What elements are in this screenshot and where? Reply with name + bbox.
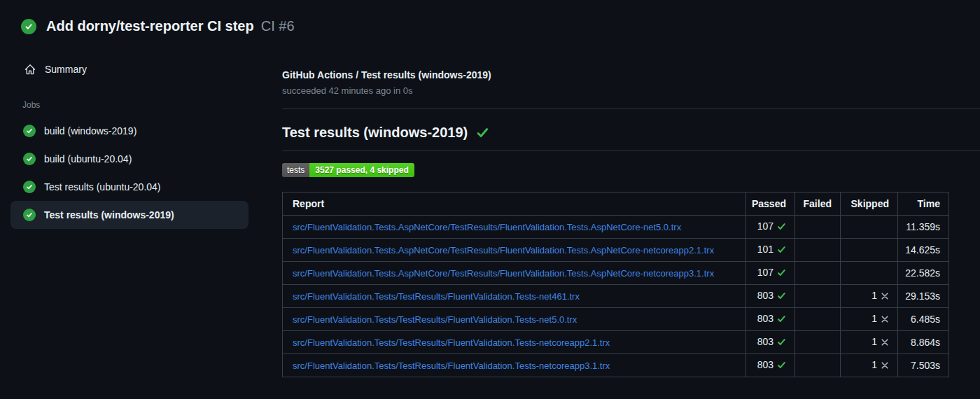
passed-check-icon <box>777 245 786 256</box>
report-link[interactable]: src/FluentValidation.Tests.AspNetCore/Te… <box>293 222 681 232</box>
check-run-title: GitHub Actions / Test results (windows-2… <box>282 69 980 80</box>
column-header-report: Report <box>283 192 746 216</box>
passed-cell: 803 <box>746 285 795 308</box>
run-success-icon <box>21 19 36 34</box>
main-content: GitHub Actions / Test results (windows-2… <box>273 46 980 377</box>
column-header-passed: Passed <box>746 192 795 216</box>
sidebar-job-item[interactable]: Test results (windows-2019) <box>10 201 248 229</box>
column-header-failed: Failed <box>795 192 841 216</box>
time-cell: 22.582s <box>898 262 949 285</box>
report-cell: src/FluentValidation.Tests.AspNetCore/Te… <box>283 216 746 239</box>
tests-badge[interactable]: tests 3527 passed, 4 skipped <box>282 163 414 177</box>
workflow-run-page: Add dorny/test-reporter CI step CI #6 Su… <box>0 0 980 377</box>
report-heading-row: Test results (windows-2019) <box>282 125 980 141</box>
job-success-icon <box>23 181 36 193</box>
failed-cell <box>795 308 841 331</box>
sidebar-job-item[interactable]: Test results (ubuntu-20.04) <box>10 173 248 201</box>
passed-check-icon <box>777 337 786 349</box>
report-link[interactable]: src/FluentValidation.Tests.AspNetCore/Te… <box>293 268 714 279</box>
skipped-x-icon <box>881 337 889 349</box>
content-area: Summary Jobs build (windows-2019) build … <box>0 46 980 377</box>
table-body: src/FluentValidation.Tests.AspNetCore/Te… <box>283 216 949 377</box>
report-cell: src/FluentValidation.Tests.AspNetCore/Te… <box>283 262 746 285</box>
job-label: Test results (ubuntu-20.04) <box>44 181 161 192</box>
run-number: CI #6 <box>261 18 295 34</box>
run-header: Add dorny/test-reporter CI step CI #6 <box>0 0 980 46</box>
time-cell: 7.503s <box>898 354 949 377</box>
skipped-cell: 1 <box>841 308 898 331</box>
skipped-cell <box>841 216 898 239</box>
report-cell: src/FluentValidation.Tests/TestResults/F… <box>283 354 746 377</box>
skipped-cell: 1 <box>841 354 898 377</box>
column-header-skipped: Skipped <box>841 192 898 216</box>
report-cell: src/FluentValidation.Tests.AspNetCore/Te… <box>283 239 746 262</box>
check-run-status: succeeded 42 minutes ago in 0s <box>282 85 980 96</box>
table-row: src/FluentValidation.Tests/TestResults/F… <box>283 308 949 331</box>
report-cell: src/FluentValidation.Tests/TestResults/F… <box>283 285 746 308</box>
failed-cell <box>795 331 841 354</box>
passed-cell: 101 <box>746 239 795 262</box>
time-cell: 6.485s <box>898 308 949 331</box>
report-link[interactable]: src/FluentValidation.Tests/TestResults/F… <box>293 337 610 348</box>
passed-cell: 803 <box>746 354 795 377</box>
failed-cell <box>795 285 841 308</box>
report-link[interactable]: src/FluentValidation.Tests/TestResults/F… <box>293 314 577 325</box>
failed-cell <box>795 216 841 239</box>
jobs-section-label: Jobs <box>22 100 259 110</box>
table-row: src/FluentValidation.Tests/TestResults/F… <box>283 285 949 308</box>
sidebar-job-item[interactable]: build (ubuntu-20.04) <box>10 145 248 173</box>
job-success-icon <box>23 125 36 137</box>
home-icon <box>24 64 36 75</box>
table-row: src/FluentValidation.Tests.AspNetCore/Te… <box>283 262 949 285</box>
passed-cell: 803 <box>746 308 795 331</box>
table-row: src/FluentValidation.Tests.AspNetCore/Te… <box>283 216 949 239</box>
tests-badge-label: tests <box>282 163 309 177</box>
passed-check-icon <box>777 360 786 372</box>
skipped-x-icon <box>881 360 889 372</box>
tests-badge-value: 3527 passed, 4 skipped <box>309 163 414 177</box>
failed-cell <box>795 239 841 262</box>
report-link[interactable]: src/FluentValidation.Tests/TestResults/F… <box>293 291 580 302</box>
skipped-x-icon <box>881 314 889 326</box>
table-header-row: Report Passed Failed Skipped Time <box>283 192 949 216</box>
passed-check-icon <box>777 222 786 233</box>
failed-cell <box>795 262 841 285</box>
skipped-cell <box>841 239 898 262</box>
sidebar: Summary Jobs build (windows-2019) build … <box>0 46 273 229</box>
report-cell: src/FluentValidation.Tests/TestResults/F… <box>283 308 746 331</box>
passed-cell: 107 <box>746 262 795 285</box>
job-success-icon <box>23 153 36 165</box>
report-link[interactable]: src/FluentValidation.Tests.AspNetCore/Te… <box>293 245 714 255</box>
job-label: Test results (windows-2019) <box>44 209 174 220</box>
jobs-list: build (windows-2019) build (ubuntu-20.04… <box>10 117 259 229</box>
divider <box>282 108 980 109</box>
table-row: src/FluentValidation.Tests/TestResults/F… <box>283 331 949 354</box>
skipped-cell <box>841 262 898 285</box>
test-results-table: Report Passed Failed Skipped Time src/Fl… <box>282 192 949 377</box>
sidebar-job-item[interactable]: build (windows-2019) <box>10 117 248 145</box>
report-heading: Test results (windows-2019) <box>282 125 468 141</box>
report-cell: src/FluentValidation.Tests/TestResults/F… <box>283 331 746 354</box>
sidebar-summary-label: Summary <box>45 64 87 75</box>
passed-cell: 803 <box>746 331 795 354</box>
heading-success-check-icon <box>476 126 489 139</box>
skipped-cell: 1 <box>841 331 898 354</box>
time-cell: 14.625s <box>898 239 949 262</box>
job-label: build (ubuntu-20.04) <box>44 153 132 164</box>
time-cell: 8.864s <box>898 331 949 354</box>
report-link[interactable]: src/FluentValidation.Tests/TestResults/F… <box>293 360 610 371</box>
table-row: src/FluentValidation.Tests/TestResults/F… <box>283 354 949 377</box>
passed-check-icon <box>777 268 786 279</box>
passed-check-icon <box>777 291 786 302</box>
passed-cell: 107 <box>746 216 795 239</box>
column-header-time: Time <box>898 192 949 216</box>
time-cell: 29.153s <box>898 285 949 308</box>
table-row: src/FluentValidation.Tests.AspNetCore/Te… <box>283 239 949 262</box>
skipped-x-icon <box>881 291 889 302</box>
passed-check-icon <box>777 314 786 326</box>
run-title: Add dorny/test-reporter CI step <box>46 18 254 34</box>
sidebar-item-summary[interactable]: Summary <box>10 59 259 79</box>
failed-cell <box>795 354 841 377</box>
job-label: build (windows-2019) <box>44 125 136 136</box>
time-cell: 11.359s <box>898 216 949 239</box>
